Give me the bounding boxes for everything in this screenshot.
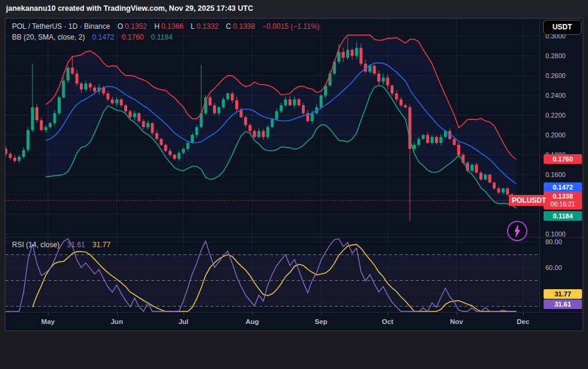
price-scale[interactable]: 0.30000.28000.26000.24000.22000.20000.18… [539,19,583,312]
pane-divider[interactable] [5,237,583,238]
rsi-label: RSI (14, close) [12,241,59,249]
bb-basis-value: 0.1472 [92,33,115,41]
change-value: −0.0015 (−1.11%) [262,22,319,31]
attribution-text: janekananu10 created with TradingView.co… [6,4,253,13]
price-tick-label: 0.2800 [545,52,566,59]
bb-upper-value: 0.1760 [122,33,144,41]
month-label-aug: Aug [245,318,259,325]
lightning-icon [508,222,526,240]
month-tick [184,313,184,315]
bb-upper-price-badge: 0.1760 [544,154,582,164]
rsi-ma-value: 31.77 [92,241,110,249]
bb-lower-value: 0.1184 [151,33,173,41]
month-label-may: May [41,318,55,325]
attribution-bar: janekananu10 created with TradingView.co… [0,0,588,18]
bb-label: BB (20, SMA, close, 2) [12,33,85,41]
month-label-nov: Nov [450,318,463,325]
price-tick-label: 0.2400 [545,92,566,99]
price-tick-label: 0.2200 [545,112,566,119]
rsi-ma-badge: 31.77 [544,289,582,299]
month-label-oct: Oct [382,318,394,325]
bar-countdown: 06:16:21 [544,200,582,208]
rsi-legend[interactable]: RSI (14, close) 31.61 31.77 [12,241,112,249]
month-tick [388,313,388,315]
month-tick [252,313,253,315]
high-label: H [154,22,160,31]
month-tick [48,313,49,315]
tradingview-screenshot: janekananu10 created with TradingView.co… [0,0,588,369]
boost-lightning-button[interactable] [507,221,527,241]
price-tick-label: 0.2600 [545,72,566,79]
bb-basis-price-badge: 0.1472 [544,182,582,192]
price-tick-label: 0.1600 [545,171,566,178]
currency-toggle-button[interactable]: USDT [543,20,581,35]
close-label: C [226,22,232,31]
month-tick [457,313,457,315]
month-tick [117,313,118,315]
last-price-badge: 0.1338 06:16:21 [544,191,582,209]
month-label-dec: Dec [517,318,529,325]
time-axis[interactable]: MayJunJulAugSepOctNovDec [5,312,583,331]
symbol-title: POL / TetherUS · 1D · Binance [12,22,110,31]
rsi-tick-label: 80.00 [545,238,562,245]
price-pane[interactable] [5,19,539,237]
low-value: 0.1332 [197,22,219,31]
last-price-value: 0.1338 [544,193,582,200]
bb-lower-price-badge: 0.1184 [544,211,582,221]
high-value: 0.1366 [161,22,184,31]
price-tick-label: 0.1000 [545,230,566,238]
month-tick [321,313,322,315]
chart-widget: POL / TetherUS · 1D · Binance O0.1352 H0… [5,18,583,331]
rsi-tick-label: 60.00 [545,264,562,271]
rsi-value-badge: 31.61 [544,299,582,309]
open-value: 0.1352 [125,22,147,31]
symbol-price-label: POLUSDT [509,195,549,206]
month-label-jun: Jun [110,318,122,325]
rsi-value: 31.61 [67,241,85,249]
month-tick [523,313,524,315]
symbol-legend[interactable]: POL / TetherUS · 1D · Binance O0.1352 H0… [12,22,322,31]
month-label-sep: Sep [315,318,328,325]
month-label-jul: Jul [178,318,188,325]
footer: TradingView [0,331,588,369]
bb-legend[interactable]: BB (20, SMA, close, 2) 0.1472 0.1760 0.1… [12,33,175,41]
close-value: 0.1338 [233,22,255,31]
open-label: O [118,22,123,31]
low-label: L [191,22,195,31]
price-tick-label: 0.2000 [545,131,566,139]
